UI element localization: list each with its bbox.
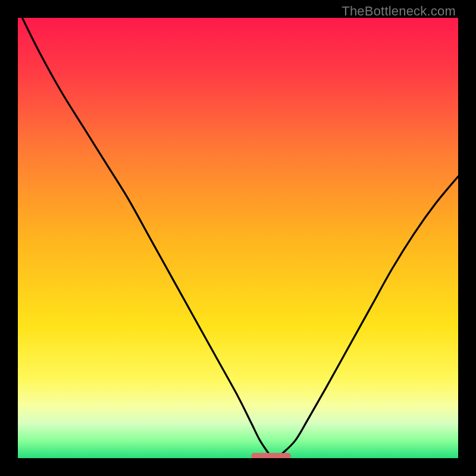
plot-area (18, 18, 458, 458)
chart-svg (18, 18, 458, 458)
minimum-marker (251, 453, 291, 458)
gradient-background (18, 18, 458, 458)
watermark-text: TheBottleneck.com (342, 4, 456, 19)
chart-frame: { "watermark": "TheBottleneck.com", "col… (0, 0, 476, 476)
